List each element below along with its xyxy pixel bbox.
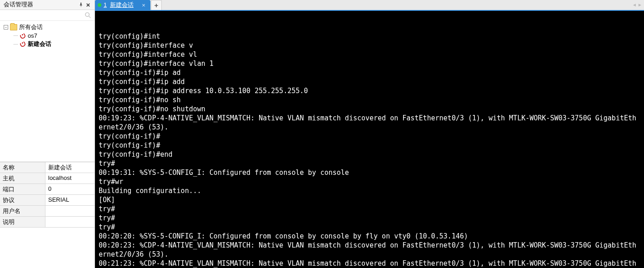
svg-point-0 <box>85 13 89 16</box>
panel-header: 会话管理器 × <box>0 0 95 10</box>
tabbar: 1 新建会话 × + ◄ ► <box>95 0 644 11</box>
prop-row-description: 说明 <box>0 217 95 228</box>
tab-close-icon[interactable]: × <box>140 2 147 8</box>
prop-val <box>45 206 95 216</box>
tab-next-icon[interactable]: ► <box>638 1 642 8</box>
prop-row-name: 名称 新建会话 <box>0 162 95 173</box>
tab-prev-icon[interactable]: ◄ <box>632 1 637 8</box>
session-properties: 名称 新建会话 主机 localhost 端口 0 协议 SERIAL 用户名 … <box>0 162 95 268</box>
tab-label: 新建会话 <box>110 1 134 9</box>
prop-val: localhost <box>45 173 95 184</box>
pin-icon[interactable] <box>77 1 85 9</box>
svg-line-1 <box>89 16 90 18</box>
session-label: os7 <box>28 32 37 39</box>
session-icon <box>20 33 26 39</box>
tree-root-item[interactable]: − 所有会话 <box>3 23 93 32</box>
terminal-output: try(config)#int try(config)#interface v … <box>99 32 640 268</box>
session-tree[interactable]: − 所有会话 os7 <box>0 21 95 162</box>
prop-row-port: 端口 0 <box>0 184 95 195</box>
tree-line <box>14 44 18 45</box>
expander-icon[interactable]: − <box>4 25 8 30</box>
session-label: 新建会话 <box>28 40 51 48</box>
panel-title: 会话管理器 <box>4 1 77 9</box>
prop-key: 用户名 <box>0 206 45 216</box>
tab-active-session[interactable]: 1 新建会话 × <box>95 0 150 10</box>
prop-key: 端口 <box>0 184 45 194</box>
prop-key: 主机 <box>0 173 45 184</box>
tab-index: 1 <box>104 2 107 8</box>
close-panel-button[interactable]: × <box>85 1 92 9</box>
tab-nav: ◄ ► <box>632 1 642 8</box>
tree-line <box>14 35 18 36</box>
folder-icon <box>10 24 17 30</box>
prop-key: 名称 <box>0 162 45 173</box>
session-item-os7[interactable]: os7 <box>13 32 93 40</box>
terminal[interactable]: try(config)#int try(config)#interface v … <box>95 11 644 268</box>
main-area: 1 新建会话 × + ◄ ► try(config)#int try(confi… <box>95 0 644 268</box>
prop-val: SERIAL <box>45 195 95 205</box>
session-manager-panel: 会话管理器 × − 所有会话 <box>0 0 95 268</box>
prop-key: 协议 <box>0 195 45 205</box>
prop-row-protocol: 协议 SERIAL <box>0 195 95 206</box>
prop-key: 说明 <box>0 217 45 227</box>
tree-root-label: 所有会话 <box>19 23 43 31</box>
prop-row-username: 用户名 <box>0 206 95 217</box>
prop-row-host: 主机 localhost <box>0 173 95 184</box>
prop-val: 0 <box>45 184 95 194</box>
status-dot-icon <box>98 3 101 7</box>
prop-val <box>45 217 95 227</box>
session-icon <box>20 41 26 47</box>
session-item-new[interactable]: 新建会话 <box>13 40 93 49</box>
new-tab-button[interactable]: + <box>151 0 162 10</box>
search-row <box>0 10 95 21</box>
prop-val: 新建会话 <box>45 162 95 173</box>
search-icon[interactable] <box>84 11 92 20</box>
